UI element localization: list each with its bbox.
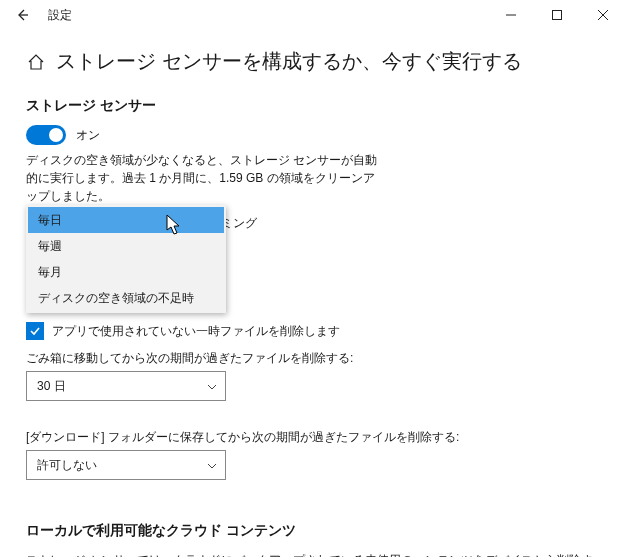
storage-sensor-toggle[interactable] (26, 125, 66, 145)
window-minimize-button[interactable] (488, 0, 534, 30)
timing-option-weekly[interactable]: 毎週 (28, 233, 224, 259)
temp-files-checkbox-label: アプリで使用されていない一時ファイルを削除します (52, 323, 340, 340)
svg-rect-2 (553, 11, 562, 20)
back-button[interactable] (10, 3, 34, 27)
cloud-content-section-title: ローカルで利用可能なクラウド コンテンツ (26, 522, 604, 540)
downloads-value: 許可しない (37, 457, 97, 474)
timing-option-low-disk[interactable]: ディスクの空き領域の不足時 (28, 285, 224, 311)
window-titlebar: 設定 (0, 0, 630, 30)
chevron-down-icon (207, 458, 217, 472)
storage-sensor-desc: ディスクの空き領域が少なくなると、ストレージ センサーが自動的に実行します。過去… (26, 151, 386, 205)
close-icon (598, 10, 608, 20)
window-maximize-button[interactable] (534, 0, 580, 30)
downloads-dropdown[interactable]: 許可しない (26, 450, 226, 480)
page-title: ストレージ センサーを構成するか、今すぐ実行する (56, 48, 522, 75)
window-close-button[interactable] (580, 0, 626, 30)
check-icon (29, 325, 41, 337)
temp-files-checkbox[interactable] (26, 322, 44, 340)
downloads-label: [ダウンロード] フォルダーに保存してから次の期間が過ぎたファイルを削除する: (26, 429, 604, 446)
recycle-bin-dropdown[interactable]: 30 日 (26, 371, 226, 401)
arrow-left-icon (15, 8, 29, 22)
recycle-bin-label: ごみ箱に移動してから次の期間が過ぎたファイルを削除する: (26, 350, 604, 367)
home-icon[interactable] (26, 52, 46, 72)
window-title: 設定 (48, 7, 72, 24)
maximize-icon (552, 10, 562, 20)
timing-option-monthly[interactable]: 毎月 (28, 259, 224, 285)
recycle-bin-value: 30 日 (37, 378, 66, 395)
timing-option-daily[interactable]: 毎日 (28, 207, 224, 233)
cloud-content-desc: ストレージ センサーでは、クラウドにバックアップされている未使用のコンテンツをデ… (26, 550, 604, 557)
minimize-icon (506, 10, 516, 20)
chevron-down-icon (207, 379, 217, 393)
storage-sensor-section-title: ストレージ センサー (26, 97, 604, 115)
timing-dropdown-menu: 毎日 毎週 毎月 ディスクの空き領域の不足時 (26, 205, 226, 313)
toggle-state-label: オン (76, 127, 100, 144)
